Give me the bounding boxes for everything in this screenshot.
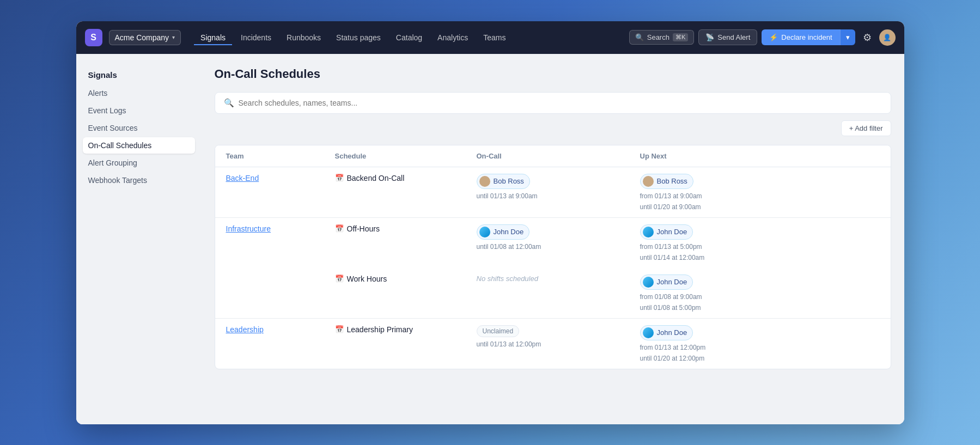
schedule-work-hours: 📅 Work Hours [335, 275, 477, 283]
person-badge-bob-ross-oncall: Bob Ross [477, 174, 530, 189]
col-schedule: Schedule [335, 152, 477, 160]
sidebar-item-alerts[interactable]: Alerts [83, 85, 195, 101]
col-upnext: Up Next [640, 152, 880, 160]
main-content: On-Call Schedules 🔍 + Add filter Team Sc… [202, 54, 904, 424]
nav-link-runbooks[interactable]: Runbooks [280, 30, 327, 45]
declare-icon: ⚡ [769, 33, 778, 41]
sidebar-item-event-logs[interactable]: Event Logs [83, 102, 195, 119]
person-badge-john-doe-leadership: John Doe [640, 325, 693, 340]
oncall-until-backend: until 01/13 at 9:00am [477, 192, 640, 200]
schedule-leadership-primary: 📅 Leadership Primary [335, 325, 477, 334]
schedule-table: Team Schedule On-Call Up Next Back-End 📅… [215, 145, 891, 369]
nav-link-incidents[interactable]: Incidents [234, 30, 278, 45]
calendar-icon: 📅 [335, 325, 344, 333]
unclaimed-until: until 01/13 at 12:00pm [477, 340, 640, 348]
nav-link-status-pages[interactable]: Status pages [330, 30, 387, 45]
send-alert-icon: 📡 [705, 33, 714, 41]
oncall-cell-infra-2: No shifts scheduled [477, 275, 640, 283]
oncall-until-infra-1: until 01/08 at 12:00am [477, 243, 640, 251]
nav-link-catalog[interactable]: Catalog [389, 30, 429, 45]
avatar-john-doe-leadership [643, 327, 654, 338]
table-header: Team Schedule On-Call Up Next [215, 145, 891, 167]
upnext-until-infra-2: until 01/08 at 5:00pm [640, 304, 880, 312]
schedule-off-hours: 📅 Off-Hours [335, 224, 477, 233]
calendar-icon: 📅 [335, 224, 344, 233]
send-alert-label: Send Alert [717, 33, 750, 41]
filter-bar: + Add filter [215, 120, 891, 136]
avatar-john-doe [479, 227, 490, 237]
row-group-backend: Back-End 📅 Backend On-Call Bob Ross unti… [215, 167, 891, 218]
team-name-backend[interactable]: Back-End [226, 174, 335, 182]
nav-link-teams[interactable]: Teams [477, 30, 512, 45]
top-nav: S Acme Company ▾ Signals Incidents Runbo… [76, 21, 904, 54]
person-badge-john-doe-upnext-1: John Doe [640, 224, 693, 240]
declare-incident-dropdown-button[interactable]: ▾ [840, 29, 855, 45]
search-shortcut: ⌘K [673, 33, 688, 41]
upnext-until-leadership: until 01/20 at 12:00pm [640, 355, 880, 362]
table-row: Infrastructure 📅 Off-Hours John Doe unti… [215, 218, 891, 268]
sidebar-item-event-sources[interactable]: Event Sources [83, 120, 195, 136]
declare-incident-group: ⚡ Declare incident ▾ [762, 29, 855, 45]
search-btn-label: Search [647, 33, 669, 41]
row-group-infrastructure: Infrastructure 📅 Off-Hours John Doe unti… [215, 218, 891, 319]
upnext-cell-infra-1: John Doe from 01/13 at 5:00pm until 01/1… [640, 224, 880, 261]
person-badge-bob-ross-upnext: Bob Ross [640, 174, 693, 189]
user-avatar[interactable]: 👤 [879, 29, 896, 46]
unclaimed-badge: Unclaimed [477, 325, 520, 337]
nav-link-signals[interactable]: Signals [194, 30, 232, 45]
oncall-cell-backend: Bob Ross until 01/13 at 9:00am [477, 174, 640, 200]
person-badge-john-doe-upnext-2: John Doe [640, 275, 693, 290]
add-filter-button[interactable]: + Add filter [841, 120, 891, 136]
col-team: Team [226, 152, 335, 160]
avatar-john-doe-2 [643, 277, 654, 288]
schedule-search-bar[interactable]: 🔍 [215, 92, 891, 114]
nav-right: 🔍 Search ⌘K 📡 Send Alert ⚡ Declare incid… [629, 29, 896, 46]
nav-links: Signals Incidents Runbooks Status pages … [194, 30, 512, 45]
sidebar-item-webhook-targets[interactable]: Webhook Targets [83, 172, 195, 188]
col-oncall: On-Call [477, 152, 640, 160]
upnext-from-infra-1: from 01/13 at 5:00pm [640, 243, 880, 251]
calendar-icon: 📅 [335, 275, 344, 283]
row-group-leadership: Leadership 📅 Leadership Primary Unclaime… [215, 319, 891, 369]
upnext-until-backend: until 01/20 at 9:00am [640, 203, 880, 211]
sidebar: Signals Alerts Event Logs Event Sources … [76, 54, 202, 424]
person-badge-john-doe-oncall: John Doe [477, 224, 530, 240]
sidebar-item-on-call-schedules[interactable]: On-Call Schedules [83, 137, 195, 154]
upnext-cell-backend: Bob Ross from 01/13 at 9:00am until 01/2… [640, 174, 880, 211]
settings-button[interactable]: ⚙ [860, 29, 875, 46]
avatar-john-doe-upnext [643, 227, 654, 237]
global-search-button[interactable]: 🔍 Search ⌘K [629, 30, 695, 45]
company-name: Acme Company [115, 33, 169, 42]
calendar-icon: 📅 [335, 174, 344, 182]
send-alert-button[interactable]: 📡 Send Alert [698, 29, 757, 45]
no-shifts-label: No shifts scheduled [477, 275, 640, 283]
upnext-cell-infra-2: John Doe from 01/08 at 9:00am until 01/0… [640, 275, 880, 312]
declare-incident-label: Declare incident [781, 33, 832, 41]
page-title: On-Call Schedules [215, 67, 891, 81]
main-area: Signals Alerts Event Logs Event Sources … [76, 54, 904, 424]
company-selector[interactable]: Acme Company ▾ [109, 30, 181, 45]
avatar-bob-ross-upnext [643, 176, 654, 187]
nav-link-analytics[interactable]: Analytics [431, 30, 474, 45]
sidebar-item-alert-grouping[interactable]: Alert Grouping [83, 155, 195, 171]
upnext-until-infra-1: until 01/14 at 12:00am [640, 254, 880, 261]
upnext-from-backend: from 01/13 at 9:00am [640, 192, 880, 200]
search-input[interactable] [239, 99, 882, 107]
upnext-from-leadership: from 01/13 at 12:00pm [640, 344, 880, 351]
team-name-leadership[interactable]: Leadership [226, 325, 335, 334]
declare-incident-button[interactable]: ⚡ Declare incident [762, 29, 839, 45]
app-window: S Acme Company ▾ Signals Incidents Runbo… [76, 21, 904, 424]
avatar-bob-ross [479, 176, 490, 187]
team-name-infrastructure[interactable]: Infrastructure [226, 224, 335, 233]
sidebar-title: Signals [83, 67, 195, 83]
chevron-down-icon: ▾ [172, 34, 175, 40]
table-row: Leadership 📅 Leadership Primary Unclaime… [215, 319, 891, 369]
table-row: Back-End 📅 Backend On-Call Bob Ross unti… [215, 167, 891, 217]
schedule-backend-oncall: 📅 Backend On-Call [335, 174, 477, 182]
oncall-cell-leadership: Unclaimed until 01/13 at 12:00pm [477, 325, 640, 348]
search-icon: 🔍 [635, 33, 644, 41]
upnext-from-infra-2: from 01/08 at 9:00am [640, 293, 880, 301]
search-icon: 🔍 [224, 98, 234, 108]
oncall-cell-infra-1: John Doe until 01/08 at 12:00am [477, 224, 640, 251]
upnext-cell-leadership: John Doe from 01/13 at 12:00pm until 01/… [640, 325, 880, 362]
